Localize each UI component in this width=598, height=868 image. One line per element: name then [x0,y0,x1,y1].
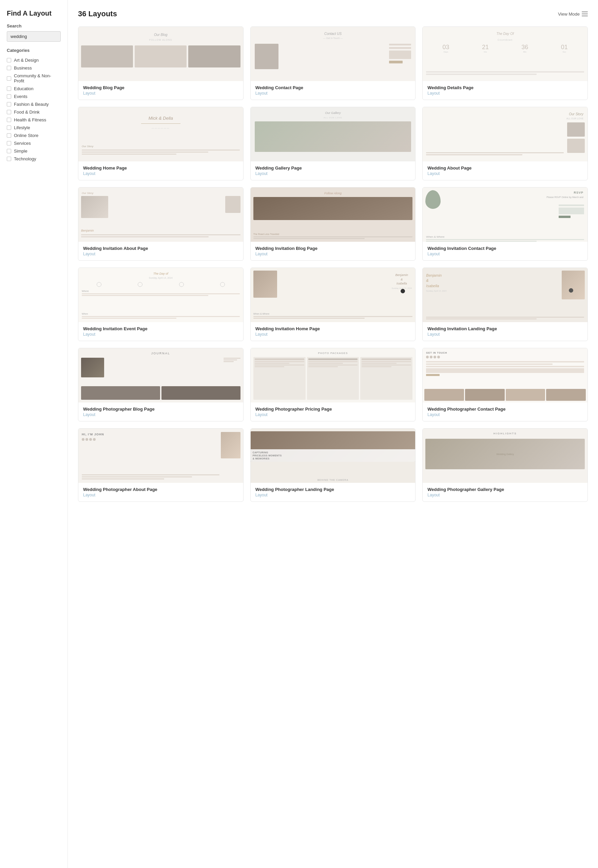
sidebar-item-technology[interactable]: Technology [7,155,61,163]
preview-wedding-blog: Our Blog FOLLOW ALONG [78,27,243,81]
sidebar-item-events[interactable]: Events [7,92,61,100]
layout-name-photo-blog: Wedding Photographer Blog Page [83,407,238,412]
preview-wedding-contact: Contact US — Get In Touch — [251,27,416,81]
layouts-count: 36 Layouts [78,9,117,18]
cat-label-online-store: Online Store [14,133,38,138]
sidebar-item-business[interactable]: Business [7,64,61,72]
cat-checkbox-online-store[interactable] [7,133,11,138]
layout-type-inv-blog: Layout [256,252,411,257]
cat-label-simple: Simple [14,149,27,154]
categories-label: Categories [7,48,61,53]
layout-card-wedding-about[interactable]: Our Story ALL OUR LOVE Wedding About [422,107,588,180]
cat-label-events: Events [14,94,27,99]
layout-type-photo-blog: Layout [83,412,238,417]
view-mode-button[interactable]: View Mode [558,12,588,16]
sidebar-item-food[interactable]: Food & Drink [7,108,61,116]
layout-type-inv-contact: Layout [428,252,583,257]
layout-type-wedding-blog: Layout [83,91,238,95]
layout-type-inv-landing: Layout [428,332,583,337]
cat-checkbox-health[interactable] [7,118,11,122]
layout-card-wedding-contact[interactable]: Contact US — Get In Touch — Wedding Cont… [250,27,416,100]
layout-type-wedding-gallery: Layout [256,171,411,176]
layout-type-wedding-home: Layout [83,171,238,176]
cat-label-education: Education [14,86,34,91]
layout-info-photo-pricing: Wedding Photographer Pricing Page Layout [251,403,416,421]
layout-card-photo-blog[interactable]: JOURNAL [78,348,244,421]
cat-label-fashion: Fashion & Beauty [14,102,49,107]
cat-checkbox-technology[interactable] [7,157,11,161]
layout-name-photo-landing: Wedding Photographer Landing Page [256,487,411,492]
layout-info-inv-event: Wedding Invitation Event Page Layout [78,322,243,341]
layout-info-wedding-home: Wedding Home Page Layout [78,161,243,180]
layout-card-wedding-blog[interactable]: Our Blog FOLLOW ALONG Wedding Blog Page … [78,27,244,100]
layout-info-wedding-about: Wedding About Page Layout [423,161,588,180]
cat-checkbox-business[interactable] [7,66,11,70]
layout-info-wedding-details: Wedding Details Page Layout [423,81,588,100]
cat-checkbox-services[interactable] [7,141,11,145]
sidebar: Find A Layout Search Categories Art & De… [0,0,68,868]
layout-info-photo-blog: Wedding Photographer Blog Page Layout [78,403,243,421]
layout-card-photo-pricing[interactable]: PHOTO PACKAGES [250,348,416,421]
search-input[interactable] [7,31,61,42]
search-label: Search [7,23,61,28]
cat-checkbox-art[interactable] [7,58,11,63]
preview-inv-event: The Day of Sunday, April 14, 2024 Where [78,268,243,322]
layout-card-wedding-gallery[interactable]: Our Gallery ALL OUR LOVE Wedding Gallery… [250,107,416,180]
layout-type-wedding-about: Layout [428,171,583,176]
layout-card-photo-contact[interactable]: GET IN TOUCH [422,348,588,421]
layout-card-inv-landing[interactable]: Benjamin&Isabella Sunday, April 14, 2024 [422,267,588,341]
layout-card-inv-blog[interactable]: Follow Along The Road Less Traveled Wedd… [250,187,416,261]
layout-info-inv-landing: Wedding Invitation Landing Page Layout [423,322,588,341]
layout-card-inv-about[interactable]: Our Story Benjamin Wedding Invitation A [78,187,244,261]
layout-type-wedding-contact: Layout [256,91,411,95]
layout-card-photo-landing[interactable]: CAPTURINGPRICELESS MOMENTS& MEMORIES BEH… [250,428,416,502]
layout-name-inv-event: Wedding Invitation Event Page [83,326,238,331]
layout-type-photo-gallery: Layout [428,493,583,497]
cat-label-technology: Technology [14,156,36,161]
sidebar-item-education[interactable]: Education [7,85,61,92]
sidebar-item-fashion[interactable]: Fashion & Beauty [7,100,61,108]
sidebar-item-online-store[interactable]: Online Store [7,131,61,139]
sidebar-item-health[interactable]: Health & Fitness [7,116,61,124]
cat-label-food: Food & Drink [14,109,40,115]
cat-checkbox-events[interactable] [7,94,11,98]
layout-info-photo-gallery: Wedding Photographer Gallery Page Layout [423,483,588,501]
layout-card-inv-home[interactable]: Benjamin&Isabella Sunday, April 14, 2024… [250,267,416,341]
layout-name-wedding-home: Wedding Home Page [83,166,238,170]
main-content: 36 Layouts View Mode Our Blog FOLLOW ALO… [68,0,598,868]
layout-card-wedding-home[interactable]: Mick & Della —————— Our Story Wedding Ho… [78,107,244,180]
sidebar-item-simple[interactable]: Simple [7,147,61,155]
layout-info-inv-contact: Wedding Invitation Contact Page Layout [423,242,588,260]
layout-name-wedding-blog: Wedding Blog Page [83,85,238,90]
layout-name-wedding-gallery: Wedding Gallery Page [256,166,411,170]
layout-info-inv-about: Wedding Invitation About Page Layout [78,242,243,260]
layout-card-photo-gallery[interactable]: HIGHLIGHTS Wedding Gallery Wedding Photo… [422,428,588,502]
cat-checkbox-community[interactable] [7,76,11,81]
categories-list: Art & Design Business Community & Non-Pr… [7,56,61,163]
layout-info-wedding-contact: Wedding Contact Page Layout [251,81,416,100]
layout-name-wedding-details: Wedding Details Page [428,85,583,90]
layout-card-inv-event[interactable]: The Day of Sunday, April 14, 2024 Where [78,267,244,341]
sidebar-item-community[interactable]: Community & Non-Profit [7,72,61,85]
cat-checkbox-lifestyle[interactable] [7,125,11,130]
cat-checkbox-education[interactable] [7,87,11,91]
layout-type-photo-pricing: Layout [256,412,411,417]
layout-card-photo-about[interactable]: HI, I'M JOHN [78,428,244,502]
preview-wedding-home: Mick & Della —————— Our Story [78,107,243,161]
layout-card-wedding-details[interactable]: The Day Of Countdown 03Days 21Hrs 36Min … [422,27,588,100]
cat-checkbox-food[interactable] [7,110,11,114]
preview-photo-contact: GET IN TOUCH [423,348,588,403]
layout-name-wedding-contact: Wedding Contact Page [256,85,411,90]
sidebar-item-lifestyle[interactable]: Lifestyle [7,124,61,131]
preview-photo-gallery: HIGHLIGHTS Wedding Gallery [423,429,588,483]
cat-label-business: Business [14,66,32,70]
sidebar-item-art-design[interactable]: Art & Design [7,56,61,64]
sidebar-item-services[interactable]: Services [7,139,61,147]
preview-blog-title: Our Blog [78,33,243,37]
cat-checkbox-fashion[interactable] [7,102,11,106]
cat-label-services: Services [14,141,31,146]
page-wrapper: Find A Layout Search Categories Art & De… [0,0,598,868]
layout-card-inv-contact[interactable]: RSVP Please RSVP Online by March and Whe… [422,187,588,261]
cat-checkbox-simple[interactable] [7,149,11,153]
layout-name-inv-contact: Wedding Invitation Contact Page [428,246,583,251]
